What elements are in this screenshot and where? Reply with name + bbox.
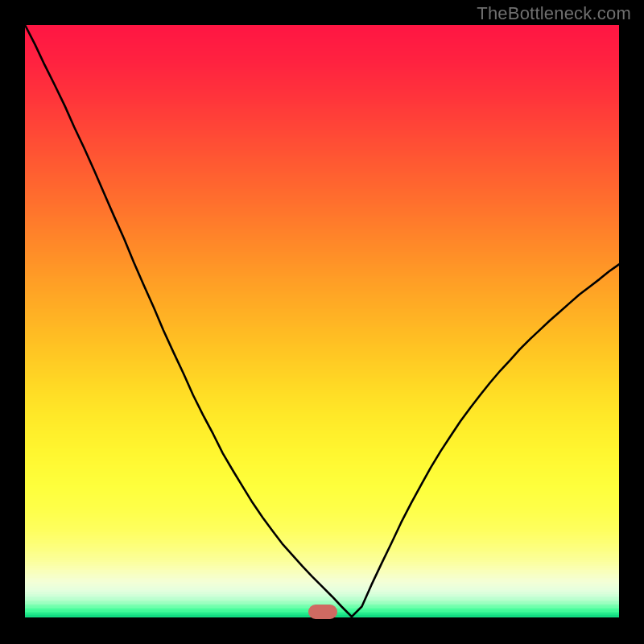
plot-area <box>25 25 619 619</box>
optimal-marker <box>308 605 337 619</box>
watermark-text: TheBottleneck.com <box>477 3 631 24</box>
bottleneck-curve <box>25 25 619 619</box>
chart-stage: TheBottleneck.com <box>0 0 644 644</box>
